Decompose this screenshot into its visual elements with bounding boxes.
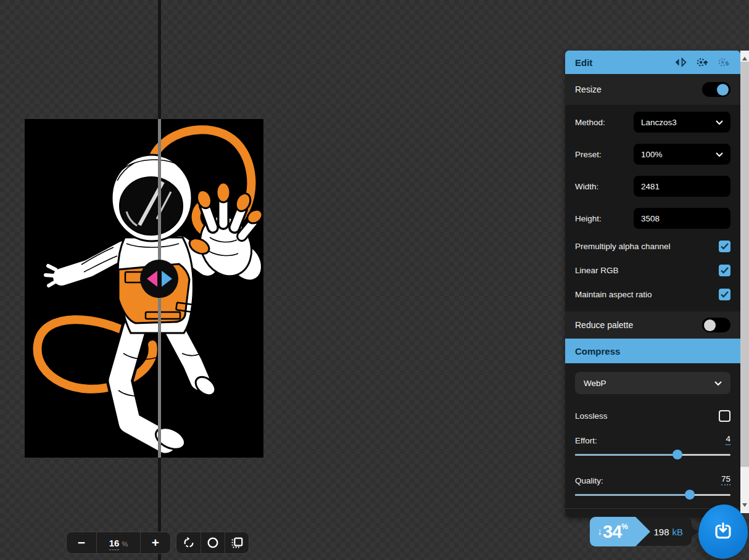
handle-right-triangle-icon [162, 271, 172, 287]
quality-value[interactable]: 75 [721, 474, 730, 485]
height-label: Height: [575, 214, 602, 223]
chevron-down-icon [714, 379, 722, 388]
compress-options-section: WebP Lossless Effort: 4 Quality: 75 [565, 363, 740, 517]
toggle-knob [717, 84, 729, 96]
method-label: Method: [575, 118, 605, 127]
toggle-knob [704, 319, 716, 331]
view-toolbar [176, 532, 249, 554]
effort-value[interactable]: 4 [726, 434, 730, 445]
download-icon [713, 521, 734, 542]
reduce-palette-toggle[interactable] [702, 318, 730, 332]
scrollbar-thumb[interactable] [740, 62, 749, 467]
circle-icon [206, 536, 220, 550]
effort-slider[interactable] [575, 450, 730, 459]
check-icon [721, 267, 729, 274]
effort-label: Effort: [575, 436, 597, 445]
options-panel: Edit Resize Method: Lanczos3 Preset: [565, 51, 740, 517]
linear-rgb-checkbox[interactable] [719, 265, 730, 276]
premultiply-row: Premultiply alpha channel [565, 234, 740, 258]
resize-label: Resize [575, 84, 602, 94]
slider-fill [575, 494, 690, 496]
compress-panel-header: Compress [565, 339, 740, 363]
reduce-palette-label: Reduce palette [575, 320, 633, 330]
toggle-original-button[interactable] [201, 532, 225, 553]
scrollbar-up-arrow-icon[interactable] [742, 54, 747, 60]
lossless-label: Lossless [575, 411, 608, 421]
quality-slider-block: Quality: 75 [575, 474, 730, 500]
swap-preview-sides-icon[interactable] [674, 56, 687, 69]
preset-label: Preset: [575, 150, 602, 159]
method-select[interactable]: Lanczos3 [634, 112, 730, 133]
effort-slider-block: Effort: 4 [575, 434, 730, 459]
quality-slider[interactable] [575, 490, 730, 500]
export-settings-gear-icon[interactable] [717, 56, 730, 69]
size-reduction-badge: ↓ 34 % [590, 517, 635, 546]
compare-view-button[interactable] [225, 532, 249, 553]
edit-panel-header: Edit [565, 51, 740, 74]
height-row: Height: [565, 202, 740, 234]
quality-label: Quality: [575, 476, 603, 485]
compare-icon [230, 536, 244, 550]
linear-rgb-row: Linear RGB [565, 258, 740, 282]
file-size-unit: kB [672, 527, 683, 537]
aspect-ratio-label: Maintain aspect ratio [575, 290, 652, 299]
resize-toggle[interactable] [702, 82, 730, 97]
check-icon [721, 243, 729, 250]
rotate-icon [182, 536, 196, 550]
premultiply-label: Premultiply alpha channel [575, 242, 671, 251]
preset-row: Preset: 100% [565, 138, 740, 170]
chevron-down-icon [716, 118, 723, 127]
scrollbar-down-arrow-icon[interactable] [742, 503, 747, 509]
premultiply-checkbox[interactable] [719, 241, 730, 252]
squoosh-app: { "edit": { "title": "Edit", "resize": {… [0, 0, 749, 560]
reduce-palette-row: Reduce palette [565, 311, 740, 339]
rotate-button[interactable] [176, 532, 201, 553]
width-row: Width: [565, 170, 740, 202]
panel-scrollbar[interactable] [740, 51, 749, 513]
file-size-value: 198 [653, 527, 669, 537]
zoom-out-button[interactable]: − [67, 532, 96, 553]
linear-rgb-label: Linear RGB [575, 266, 619, 275]
zoom-level-value[interactable]: 16 [109, 538, 120, 550]
lossless-checkbox[interactable] [719, 410, 730, 422]
slider-fill [575, 454, 677, 456]
method-row: Method: Lanczos3 [565, 106, 740, 138]
chevron-down-icon [716, 150, 723, 159]
compress-panel-title: Compress [575, 346, 620, 356]
quality-slider-thumb[interactable] [685, 490, 695, 500]
down-arrow-icon: ↓ [597, 526, 602, 537]
zoom-level-unit: % [122, 540, 128, 548]
effort-slider-thumb[interactable] [672, 450, 682, 459]
width-label: Width: [575, 182, 598, 191]
reduction-percent-value: 34 [603, 522, 621, 542]
aspect-ratio-checkbox[interactable] [719, 289, 730, 300]
check-icon [721, 291, 729, 298]
import-settings-gear-icon[interactable] [695, 56, 709, 69]
edit-panel-title: Edit [575, 57, 592, 68]
zoom-in-button[interactable]: + [141, 532, 170, 553]
handle-left-triangle-icon [147, 271, 157, 287]
width-input[interactable] [634, 176, 730, 197]
reduction-percent-unit: % [621, 522, 628, 531]
lossless-row: Lossless [575, 410, 730, 422]
download-button[interactable] [698, 504, 748, 559]
comparison-slider-handle[interactable] [140, 260, 178, 298]
preset-select[interactable]: 100% [634, 144, 730, 165]
height-input[interactable] [634, 208, 730, 229]
aspect-ratio-row: Maintain aspect ratio [565, 282, 740, 307]
zoom-level-field[interactable]: 16 % [96, 532, 141, 553]
resize-options-section: Method: Lanczos3 Preset: 100% Width: Hei… [565, 105, 740, 311]
zoom-toolbar: − 16 % + [66, 532, 171, 554]
format-select[interactable]: WebP [575, 372, 730, 394]
resize-toggle-row: Resize [565, 74, 740, 105]
